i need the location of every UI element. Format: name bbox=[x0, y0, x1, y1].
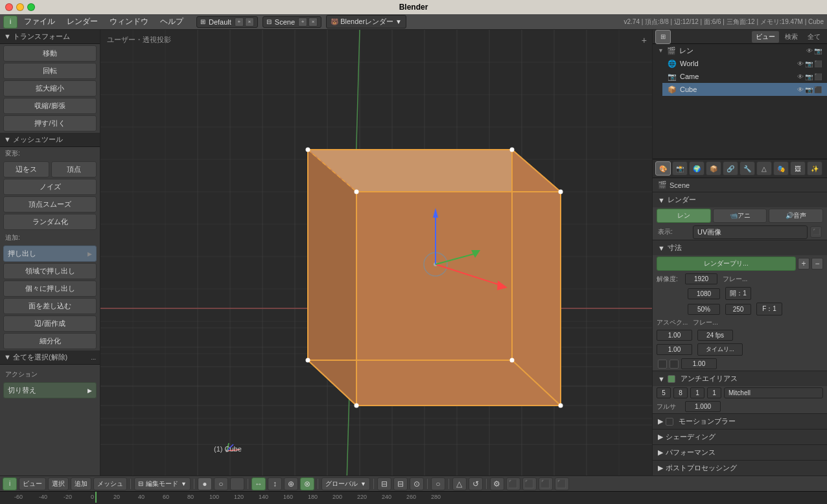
noise-btn[interactable]: ノイズ bbox=[3, 179, 97, 195]
aa-field-8[interactable]: 8 bbox=[673, 387, 688, 398]
vt-snap2-btn[interactable]: ⊟ bbox=[393, 477, 408, 490]
camera-eye-icon[interactable]: 👁 bbox=[797, 73, 804, 80]
shrink-fatten-btn[interactable]: 収縮/膨張 bbox=[3, 98, 97, 114]
cube-settings-icon[interactable]: ⬛ bbox=[814, 86, 822, 93]
motion-blur-section-header[interactable]: ▶ モーションブラー bbox=[653, 414, 827, 429]
world-settings-icon[interactable]: ⬛ bbox=[814, 60, 822, 67]
edge-slide-btn[interactable]: 辺をス bbox=[3, 161, 49, 178]
outliner-view-icon[interactable]: ⊞ bbox=[655, 30, 671, 44]
vt-select-menu[interactable]: 選択 bbox=[48, 477, 69, 490]
display-extra-btn[interactable]: ⬛ bbox=[810, 226, 822, 238]
resolution-y[interactable]: 1080 bbox=[688, 288, 720, 299]
select-all-section-header[interactable]: ▼ 全てを選択(解除) ... bbox=[0, 350, 100, 365]
vertex-slide-btn[interactable]: 頂点 bbox=[51, 161, 97, 178]
world-render-icon[interactable]: 📷 bbox=[805, 60, 813, 67]
workspace-add-btn[interactable]: + bbox=[235, 17, 244, 27]
prop-particles-icon-btn[interactable]: ✨ bbox=[807, 161, 822, 176]
vt-snap-btn[interactable]: ⊟ bbox=[377, 477, 391, 490]
vt-snap3-btn[interactable]: ⊙ bbox=[410, 477, 424, 490]
cube-render-icon[interactable]: 📷 bbox=[805, 86, 813, 93]
randomize-btn[interactable]: ランダム化 bbox=[3, 214, 97, 230]
vt-extra5[interactable]: ⬛ bbox=[522, 477, 537, 490]
vt-transform-icon[interactable]: ⊗ bbox=[300, 477, 314, 490]
prop-render-icon-btn[interactable]: 🎨 bbox=[655, 161, 671, 176]
rotate-btn[interactable]: 回転 bbox=[3, 63, 97, 79]
edge-face-btn[interactable]: 辺/面作成 bbox=[3, 315, 97, 332]
prop-object-icon-btn[interactable]: 📦 bbox=[706, 161, 721, 176]
frame-start[interactable]: 開：1 bbox=[725, 287, 751, 300]
push-pull-btn[interactable]: 押す/引く bbox=[3, 115, 97, 132]
vt-view-menu[interactable]: ビュー bbox=[19, 477, 46, 490]
aa-checkbox[interactable] bbox=[668, 375, 675, 383]
vt-blender-icon[interactable]: i bbox=[3, 477, 17, 490]
resolution-pct[interactable]: 50% bbox=[688, 304, 720, 315]
render-presets-remove[interactable]: − bbox=[811, 258, 823, 269]
transform-section-header[interactable]: ▼ トランスフォーム bbox=[0, 30, 100, 44]
aa-field-1a[interactable]: 1 bbox=[690, 387, 705, 398]
vt-global-selector[interactable]: グローバル ▼ bbox=[321, 477, 370, 490]
outliner-scene-root[interactable]: ▼ 🎬 レン 👁 📷 bbox=[653, 44, 827, 57]
border-input[interactable]: 1.00 bbox=[681, 358, 717, 369]
dimensions-section-header[interactable]: ▼ 寸法 bbox=[653, 240, 827, 255]
vt-proportional-btn[interactable]: ○ bbox=[431, 477, 445, 490]
vt-tex-mode[interactable] bbox=[230, 477, 244, 490]
display-dropdown[interactable]: UV画像 bbox=[693, 225, 808, 239]
prop-constraints-icon-btn[interactable]: 🔗 bbox=[723, 161, 738, 176]
aspect-time[interactable]: タイムリ... bbox=[697, 343, 743, 356]
prop-texture-icon-btn[interactable]: 🖼 bbox=[790, 161, 806, 176]
vt-extra1[interactable]: △ bbox=[452, 477, 467, 490]
post-processing-section-header[interactable]: ▶ ポストプロセッシング bbox=[653, 461, 827, 475]
menu-help[interactable]: ヘルプ bbox=[155, 15, 189, 29]
frame-val[interactable]: F：1 bbox=[756, 303, 782, 315]
scene-close-btn[interactable]: × bbox=[309, 17, 318, 27]
prop-modifier-icon-btn[interactable]: 🔧 bbox=[740, 161, 755, 176]
vt-mode-selector[interactable]: ⊟ 編集モード ▼ bbox=[134, 477, 191, 490]
vt-move-icon[interactable]: ↔ bbox=[251, 477, 266, 490]
vt-rotate-icon[interactable]: ↕ bbox=[268, 477, 282, 490]
outliner-tab-all[interactable]: 全て bbox=[804, 31, 824, 43]
scene-add-btn[interactable]: + bbox=[298, 17, 307, 27]
outliner-camera[interactable]: 📷 Came 👁 📷 ⬛ bbox=[662, 70, 827, 83]
outliner-tab-search[interactable]: 検索 bbox=[781, 31, 802, 43]
vt-wire-mode[interactable]: ○ bbox=[214, 477, 228, 490]
outliner-world[interactable]: 🌐 World 👁 📷 ⬛ bbox=[662, 57, 827, 70]
viewport[interactable]: ユーザー・透視投影 + bbox=[100, 30, 652, 475]
engine-selector[interactable]: 🐻 Blenderレンダー ▼ bbox=[326, 15, 406, 29]
camera-settings-icon[interactable]: ⬛ bbox=[814, 73, 822, 80]
performance-section-header[interactable]: ▶ パフォーマンス bbox=[653, 445, 827, 460]
resolution-x[interactable]: 1920 bbox=[685, 273, 717, 284]
render-section-header[interactable]: ▼ レンダー bbox=[653, 192, 827, 207]
vt-extra2[interactable]: ↺ bbox=[469, 477, 483, 490]
render-tab-sound[interactable]: 🔊音声 bbox=[769, 209, 823, 223]
vt-extra3[interactable]: ⚙ bbox=[490, 477, 504, 490]
prop-material-icon-btn[interactable]: 🎭 bbox=[773, 161, 789, 176]
camera-render-icon[interactable]: 📷 bbox=[805, 73, 813, 80]
scene-section-header[interactable]: 🎬 Scene bbox=[653, 178, 827, 192]
aspect-fps[interactable]: 24 fps bbox=[697, 330, 733, 341]
cube-eye-icon[interactable]: 👁 bbox=[797, 86, 804, 93]
vt-add-menu[interactable]: 追加 bbox=[71, 477, 91, 490]
mesh-tools-section-header[interactable]: ▼ メッシュツール bbox=[0, 133, 100, 147]
workspace-close-btn[interactable]: × bbox=[245, 17, 254, 27]
outliner-tab-view[interactable]: ビュー bbox=[752, 31, 779, 43]
menu-window[interactable]: ウィンドウ bbox=[104, 15, 154, 29]
extrude-region-btn[interactable]: 領域で押し出し bbox=[3, 263, 97, 279]
prop-camera-icon-btn[interactable]: 📸 bbox=[672, 161, 688, 176]
action-toggle-btn[interactable]: 切り替え ▶ bbox=[3, 382, 97, 398]
subdivide-btn[interactable]: 細分化 bbox=[3, 333, 97, 349]
aa-section-header[interactable]: ▼ アンチエイリアス bbox=[653, 371, 827, 386]
outliner-cube[interactable]: 📦 Cube 👁 📷 ⬛ bbox=[662, 83, 827, 96]
vt-solid-mode[interactable]: ● bbox=[198, 477, 212, 490]
smooth-vertex-btn[interactable]: 頂点スムーズ bbox=[3, 196, 97, 212]
render-presets-btn[interactable]: レンダープリ... bbox=[657, 257, 796, 271]
inset-btn[interactable]: 面を差し込む bbox=[3, 298, 97, 314]
render-presets-add[interactable]: + bbox=[798, 258, 810, 269]
vt-extra6[interactable]: ⬛ bbox=[539, 477, 553, 490]
border-checkbox[interactable] bbox=[658, 360, 667, 369]
prop-data-icon-btn[interactable]: △ bbox=[756, 161, 772, 176]
vt-extra4[interactable]: ⬛ bbox=[506, 477, 520, 490]
extrude-btn[interactable]: 押し出し ▶ bbox=[3, 246, 97, 262]
maximize-button[interactable] bbox=[27, 3, 35, 11]
aa-field-1b[interactable]: 1 bbox=[707, 387, 721, 398]
viewport-add-btn[interactable]: + bbox=[642, 35, 647, 45]
